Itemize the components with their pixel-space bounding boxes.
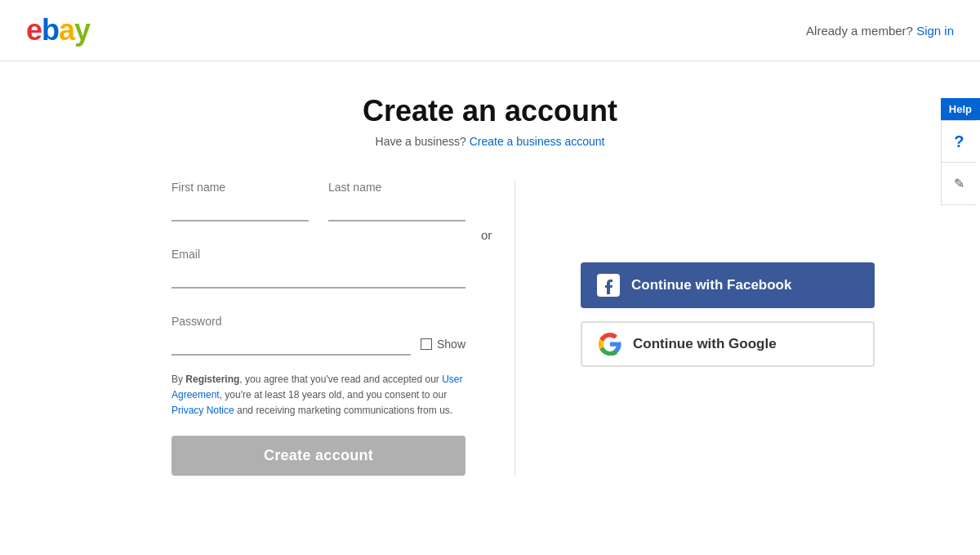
last-name-group: Last name <box>328 181 466 222</box>
or-divider-text: or <box>481 228 492 242</box>
email-input[interactable] <box>172 264 466 289</box>
show-password-label[interactable]: Show <box>437 338 466 351</box>
header: ebay Already a member? Sign in <box>0 0 980 61</box>
password-input[interactable] <box>172 331 411 356</box>
create-account-button[interactable]: Create account <box>172 436 466 476</box>
last-name-input[interactable] <box>328 197 466 222</box>
question-icon: ? <box>954 132 964 151</box>
page-title-section: Create an account Have a business? Creat… <box>57 94 923 148</box>
show-password-group: Show <box>421 338 466 351</box>
show-password-checkbox[interactable] <box>421 338 432 350</box>
social-buttons: Continue with Facebook Continue with Goo… <box>581 262 875 367</box>
logo-b: b <box>42 13 59 47</box>
help-edit-button[interactable]: ✎ <box>941 163 977 205</box>
social-login-section: or Continue with Facebook <box>515 181 924 476</box>
edit-icon: ✎ <box>954 176 964 191</box>
password-row: Password Show <box>172 315 466 356</box>
continue-with-google-button[interactable]: Continue with Google <box>581 321 875 367</box>
header-right: Already a member? Sign in <box>806 24 954 38</box>
google-icon <box>599 333 621 356</box>
ebay-logo: ebay <box>26 13 90 47</box>
help-widget: Help ? ✎ <box>941 98 980 205</box>
continue-with-facebook-button[interactable]: Continue with Facebook <box>581 262 875 308</box>
name-row: First name Last name <box>172 181 466 222</box>
first-name-input[interactable] <box>172 197 309 222</box>
help-question-button[interactable]: ? <box>941 120 977 163</box>
password-group: Password <box>172 315 411 356</box>
facebook-icon <box>597 274 620 297</box>
first-name-group: First name <box>172 181 309 222</box>
main-content: Create an account Have a business? Creat… <box>0 61 980 476</box>
create-business-account-link[interactable]: Create a business account <box>470 135 605 148</box>
business-text: Have a business? Create a business accou… <box>57 135 923 148</box>
registering-bold: Registering <box>185 374 239 385</box>
google-button-label: Continue with Google <box>633 336 777 352</box>
first-name-label: First name <box>172 181 309 194</box>
already-member-text: Already a member? <box>806 24 913 38</box>
email-group: Email <box>172 248 466 289</box>
logo-e: e <box>26 13 42 47</box>
legal-text: By Registering, you agree that you've re… <box>172 372 466 419</box>
logo-a: a <box>59 13 74 47</box>
facebook-button-label: Continue with Facebook <box>631 277 791 293</box>
last-name-label: Last name <box>328 181 466 194</box>
help-tab[interactable]: Help <box>941 98 980 120</box>
registration-form: First name Last name Email Pa <box>57 181 515 476</box>
password-label: Password <box>172 315 411 328</box>
logo-y: y <box>74 13 90 47</box>
privacy-notice-link[interactable]: Privacy Notice <box>172 405 234 416</box>
business-static-text: Have a business? <box>376 135 466 148</box>
form-area: First name Last name Email Pa <box>57 181 923 476</box>
page-title: Create an account <box>57 94 923 128</box>
sign-in-link[interactable]: Sign in <box>916 24 954 38</box>
email-label: Email <box>172 248 466 261</box>
